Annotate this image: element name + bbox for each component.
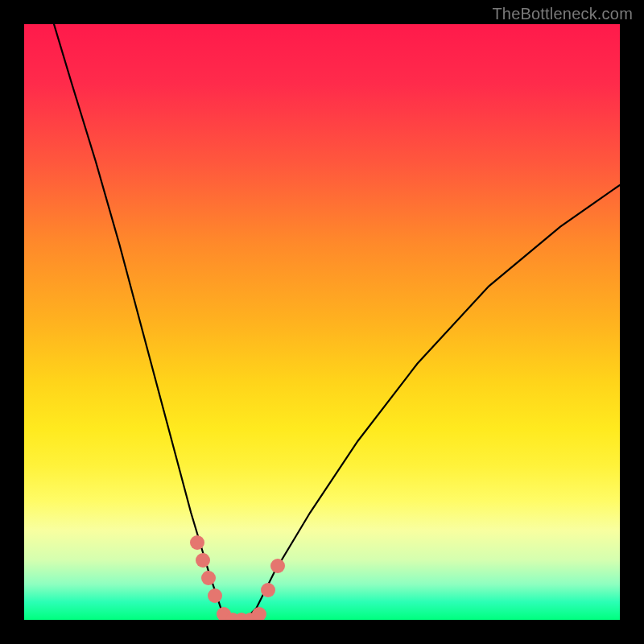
curve-marker [196, 553, 210, 568]
curve-layer [24, 24, 620, 620]
plot-area [24, 24, 620, 620]
watermark-text: TheBottleneck.com [492, 5, 633, 23]
curve-marker [261, 583, 275, 597]
bottleneck-curve [54, 24, 620, 620]
curve-marker [201, 571, 216, 585]
curve-marker [190, 535, 204, 550]
curve-marker [270, 559, 285, 573]
chart-frame: TheBottleneck.com [0, 0, 644, 644]
curve-marker [252, 607, 266, 620]
curve-marker [208, 588, 222, 603]
